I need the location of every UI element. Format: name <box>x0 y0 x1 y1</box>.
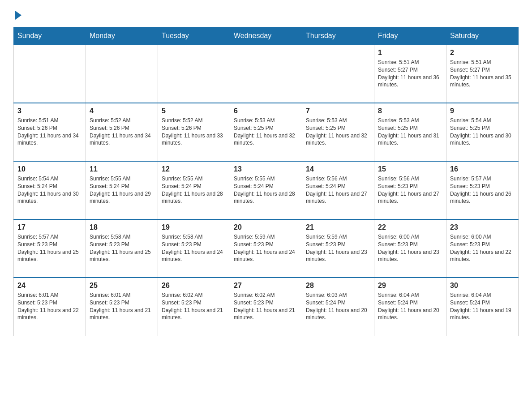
day-number: 25 <box>90 282 154 290</box>
day-info: Sunrise: 5:56 AMSunset: 5:24 PMDaylight:… <box>306 175 370 205</box>
day-number: 24 <box>17 282 82 290</box>
calendar-cell: 27Sunrise: 6:02 AMSunset: 5:23 PMDayligh… <box>230 278 302 336</box>
calendar-cell: 2Sunrise: 5:51 AMSunset: 5:27 PMDaylight… <box>446 45 519 103</box>
calendar-cell: 5Sunrise: 5:52 AMSunset: 5:26 PMDaylight… <box>158 103 230 161</box>
calendar-cell: 4Sunrise: 5:52 AMSunset: 5:26 PMDaylight… <box>86 103 158 161</box>
day-info: Sunrise: 5:52 AMSunset: 5:26 PMDaylight:… <box>90 117 154 147</box>
day-number: 17 <box>17 223 82 231</box>
calendar-cell: 13Sunrise: 5:55 AMSunset: 5:24 PMDayligh… <box>230 161 302 219</box>
day-number: 9 <box>450 107 515 115</box>
day-header-wednesday: Wednesday <box>230 27 302 45</box>
day-header-thursday: Thursday <box>302 27 374 45</box>
day-number: 2 <box>450 49 515 57</box>
day-number: 7 <box>306 107 370 115</box>
day-number: 22 <box>378 223 442 231</box>
day-header-monday: Monday <box>86 27 158 45</box>
day-info: Sunrise: 6:00 AMSunset: 5:23 PMDaylight:… <box>378 233 442 263</box>
day-info: Sunrise: 5:58 AMSunset: 5:23 PMDaylight:… <box>90 233 154 263</box>
calendar-cell: 26Sunrise: 6:02 AMSunset: 5:23 PMDayligh… <box>158 278 230 336</box>
week-row-1: 1Sunrise: 5:51 AMSunset: 5:27 PMDaylight… <box>14 45 519 103</box>
day-number: 28 <box>306 282 370 290</box>
calendar-cell: 6Sunrise: 5:53 AMSunset: 5:25 PMDaylight… <box>230 103 302 161</box>
calendar-cell: 21Sunrise: 5:59 AMSunset: 5:23 PMDayligh… <box>302 219 374 278</box>
calendar-cell <box>14 45 86 103</box>
calendar-cell: 7Sunrise: 5:53 AMSunset: 5:25 PMDaylight… <box>302 103 374 161</box>
calendar-cell: 1Sunrise: 5:51 AMSunset: 5:27 PMDaylight… <box>374 45 446 103</box>
calendar-cell: 22Sunrise: 6:00 AMSunset: 5:23 PMDayligh… <box>374 219 446 278</box>
day-header-friday: Friday <box>374 27 446 45</box>
day-number: 13 <box>234 165 298 173</box>
calendar-cell: 17Sunrise: 5:57 AMSunset: 5:23 PMDayligh… <box>14 219 86 278</box>
day-number: 15 <box>378 165 442 173</box>
day-info: Sunrise: 5:55 AMSunset: 5:24 PMDaylight:… <box>162 175 226 205</box>
day-info: Sunrise: 5:55 AMSunset: 5:24 PMDaylight:… <box>90 175 154 205</box>
day-number: 14 <box>306 165 370 173</box>
calendar-cell <box>302 45 374 103</box>
day-number: 4 <box>90 107 154 115</box>
calendar-cell: 30Sunrise: 6:04 AMSunset: 5:24 PMDayligh… <box>446 278 519 336</box>
day-info: Sunrise: 5:51 AMSunset: 5:26 PMDaylight:… <box>17 117 82 147</box>
day-info: Sunrise: 5:54 AMSunset: 5:24 PMDaylight:… <box>17 175 82 205</box>
day-number: 30 <box>450 282 515 290</box>
calendar-cell: 19Sunrise: 5:58 AMSunset: 5:23 PMDayligh… <box>158 219 230 278</box>
day-info: Sunrise: 5:57 AMSunset: 5:23 PMDaylight:… <box>17 233 82 263</box>
calendar-cell <box>158 45 230 103</box>
day-info: Sunrise: 5:51 AMSunset: 5:27 PMDaylight:… <box>378 59 442 89</box>
day-info: Sunrise: 6:02 AMSunset: 5:23 PMDaylight:… <box>162 291 226 321</box>
day-number: 11 <box>90 165 154 173</box>
calendar-cell: 10Sunrise: 5:54 AMSunset: 5:24 PMDayligh… <box>14 161 86 219</box>
calendar-cell <box>230 45 302 103</box>
day-info: Sunrise: 5:56 AMSunset: 5:23 PMDaylight:… <box>378 175 442 205</box>
day-info: Sunrise: 5:55 AMSunset: 5:24 PMDaylight:… <box>234 175 298 205</box>
day-header-saturday: Saturday <box>446 27 519 45</box>
day-info: Sunrise: 5:57 AMSunset: 5:23 PMDaylight:… <box>450 175 515 205</box>
day-number: 8 <box>378 107 442 115</box>
day-info: Sunrise: 5:53 AMSunset: 5:25 PMDaylight:… <box>234 117 298 147</box>
day-number: 10 <box>17 165 82 173</box>
calendar-cell: 11Sunrise: 5:55 AMSunset: 5:24 PMDayligh… <box>86 161 158 219</box>
calendar-cell: 8Sunrise: 5:53 AMSunset: 5:25 PMDaylight… <box>374 103 446 161</box>
calendar-header-row: SundayMondayTuesdayWednesdayThursdayFrid… <box>14 27 519 45</box>
day-number: 1 <box>378 49 442 57</box>
calendar-cell: 18Sunrise: 5:58 AMSunset: 5:23 PMDayligh… <box>86 219 158 278</box>
week-row-3: 10Sunrise: 5:54 AMSunset: 5:24 PMDayligh… <box>14 161 519 219</box>
calendar-cell: 28Sunrise: 6:03 AMSunset: 5:24 PMDayligh… <box>302 278 374 336</box>
day-header-tuesday: Tuesday <box>158 27 230 45</box>
day-info: Sunrise: 5:51 AMSunset: 5:27 PMDaylight:… <box>450 59 515 89</box>
calendar-cell: 12Sunrise: 5:55 AMSunset: 5:24 PMDayligh… <box>158 161 230 219</box>
calendar-cell: 25Sunrise: 6:01 AMSunset: 5:23 PMDayligh… <box>86 278 158 336</box>
day-number: 19 <box>162 223 226 231</box>
calendar-cell: 24Sunrise: 6:01 AMSunset: 5:23 PMDayligh… <box>14 278 86 336</box>
calendar-cell: 9Sunrise: 5:54 AMSunset: 5:25 PMDaylight… <box>446 103 519 161</box>
day-info: Sunrise: 6:01 AMSunset: 5:23 PMDaylight:… <box>90 291 154 321</box>
calendar-cell: 3Sunrise: 5:51 AMSunset: 5:26 PMDaylight… <box>14 103 86 161</box>
week-row-2: 3Sunrise: 5:51 AMSunset: 5:26 PMDaylight… <box>14 103 519 161</box>
day-number: 26 <box>162 282 226 290</box>
day-info: Sunrise: 5:52 AMSunset: 5:26 PMDaylight:… <box>162 117 226 147</box>
day-number: 16 <box>450 165 515 173</box>
logo <box>13 9 21 18</box>
calendar-cell: 16Sunrise: 5:57 AMSunset: 5:23 PMDayligh… <box>446 161 519 219</box>
calendar-cell <box>86 45 158 103</box>
day-info: Sunrise: 6:01 AMSunset: 5:23 PMDaylight:… <box>17 291 82 321</box>
day-number: 3 <box>17 107 82 115</box>
day-info: Sunrise: 6:02 AMSunset: 5:23 PMDaylight:… <box>234 291 298 321</box>
day-header-sunday: Sunday <box>14 27 86 45</box>
calendar-cell: 23Sunrise: 6:00 AMSunset: 5:23 PMDayligh… <box>446 219 519 278</box>
day-number: 20 <box>234 223 298 231</box>
day-info: Sunrise: 6:00 AMSunset: 5:23 PMDaylight:… <box>450 233 515 263</box>
page-header <box>13 9 519 18</box>
calendar-table: SundayMondayTuesdayWednesdayThursdayFrid… <box>13 27 519 336</box>
day-number: 12 <box>162 165 226 173</box>
calendar-cell: 14Sunrise: 5:56 AMSunset: 5:24 PMDayligh… <box>302 161 374 219</box>
day-info: Sunrise: 5:59 AMSunset: 5:23 PMDaylight:… <box>306 233 370 263</box>
day-number: 6 <box>234 107 298 115</box>
day-info: Sunrise: 5:59 AMSunset: 5:23 PMDaylight:… <box>234 233 298 263</box>
day-number: 18 <box>90 223 154 231</box>
week-row-5: 24Sunrise: 6:01 AMSunset: 5:23 PMDayligh… <box>14 278 519 336</box>
day-number: 21 <box>306 223 370 231</box>
day-info: Sunrise: 5:53 AMSunset: 5:25 PMDaylight:… <box>378 117 442 147</box>
day-number: 5 <box>162 107 226 115</box>
day-number: 29 <box>378 282 442 290</box>
day-info: Sunrise: 5:53 AMSunset: 5:25 PMDaylight:… <box>306 117 370 147</box>
